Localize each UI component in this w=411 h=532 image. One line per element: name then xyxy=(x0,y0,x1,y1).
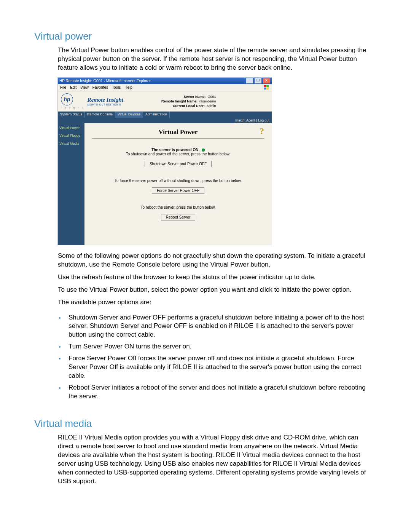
current-user-row: Current Local User: admin xyxy=(161,104,216,108)
server-name-row: Server Name: G001 xyxy=(161,94,216,99)
sidebar-item-virtual-power[interactable]: Virtual Power xyxy=(59,126,83,130)
list-item: Shutdown Server and Power OFF performs a… xyxy=(65,313,369,340)
menu-favorites[interactable]: Favorites xyxy=(92,85,108,89)
paragraph-after-4: The available power options are: xyxy=(58,298,369,307)
main-panel: Virtual Power ? The server is powered ON… xyxy=(84,123,272,245)
sidebar: Virtual Power Virtual Floppy Virtual Med… xyxy=(58,123,84,245)
app-header: hp i n v e n t Remote Insight LIGHTS-OUT… xyxy=(58,91,272,112)
header-links: Insight Agent | Log out xyxy=(58,118,272,123)
close-icon[interactable]: X xyxy=(263,78,270,84)
menu-edit[interactable]: Edit xyxy=(70,85,76,89)
power-status-text: The server is powered ON. xyxy=(151,148,199,152)
insight-name-row: Remote Insight Name: riloeiidemo xyxy=(161,99,216,104)
product-edition: LIGHTS-OUT EDITION II xyxy=(87,103,123,106)
embedded-screenshot: HP Remote Insight: G001 - Microsoft Inte… xyxy=(58,78,272,245)
svg-rect-2 xyxy=(264,88,266,89)
hp-invent-label: i n v e n t xyxy=(61,106,84,109)
list-item: Force Server Power Off forces the server… xyxy=(65,354,369,380)
tab-system-status[interactable]: System Status xyxy=(58,112,85,118)
sidebar-item-virtual-floppy[interactable]: Virtual Floppy xyxy=(59,134,83,137)
virtual-media-paragraph: RILOE II Virtual Media option provides y… xyxy=(58,433,369,486)
tab-remote-console[interactable]: Remote Console xyxy=(85,112,115,118)
menu-help[interactable]: Help xyxy=(124,85,132,89)
force-off-instruction: To force the server power off without sh… xyxy=(92,179,264,183)
paragraph-after-3: To use the Virtual Power button, select … xyxy=(58,286,369,294)
sidebar-item-virtual-media[interactable]: Virtual Media xyxy=(59,142,83,145)
svg-rect-1 xyxy=(266,85,269,87)
svg-rect-0 xyxy=(264,85,266,87)
windows-flag-icon[interactable] xyxy=(263,85,269,90)
main-tabs: System Status Remote Console Virtual Dev… xyxy=(58,112,272,118)
intro-paragraph: The Virtual Power button enables control… xyxy=(58,46,369,72)
link-insight-agent[interactable]: Insight Agent xyxy=(236,118,255,122)
list-item: Reboot Server initiates a reboot of the … xyxy=(65,383,369,401)
heading-virtual-power: Virtual power xyxy=(34,30,369,42)
minimize-icon[interactable]: _ xyxy=(246,78,253,84)
shutdown-instruction: To shutdown and power off the server, pr… xyxy=(126,152,230,156)
product-name: Remote Insight xyxy=(87,97,123,103)
force-power-off-button[interactable]: Force Server Power OFF xyxy=(152,187,204,194)
tab-virtual-devices[interactable]: Virtual Devices xyxy=(115,112,143,118)
browser-menubar: File Edit View Favorites Tools Help xyxy=(58,84,272,91)
paragraph-after-2: Use the refresh feature of the browser t… xyxy=(58,273,369,282)
svg-rect-3 xyxy=(266,88,269,89)
power-led-icon xyxy=(202,149,205,152)
heading-virtual-media: Virtual media xyxy=(34,418,369,430)
window-title: HP Remote Insight: G001 - Microsoft Inte… xyxy=(59,79,151,83)
reboot-instruction: To reboot the server, press the button b… xyxy=(92,205,264,209)
reboot-server-button[interactable]: Reboot Server xyxy=(161,214,195,220)
shutdown-power-off-button[interactable]: Shutdown Server and Power OFF xyxy=(145,161,212,167)
menu-view[interactable]: View xyxy=(80,85,89,89)
paragraph-after-1: Some of the following power options do n… xyxy=(58,252,369,269)
power-options-list: Shutdown Server and Power OFF performs a… xyxy=(58,313,369,401)
browser-titlebar: HP Remote Insight: G001 - Microsoft Inte… xyxy=(58,78,272,84)
list-item: Turn Server Power ON turns the server on… xyxy=(65,342,369,351)
menu-tools[interactable]: Tools xyxy=(112,85,121,89)
panel-title: Virtual Power xyxy=(159,128,198,136)
maximize-icon[interactable]: ❐ xyxy=(254,78,262,84)
link-logout[interactable]: Log out xyxy=(258,118,269,122)
menu-file[interactable]: File xyxy=(60,85,66,89)
tab-administration[interactable]: Administration xyxy=(143,112,170,118)
hp-logo-icon: hp xyxy=(61,93,73,105)
help-icon[interactable]: ? xyxy=(260,126,264,136)
